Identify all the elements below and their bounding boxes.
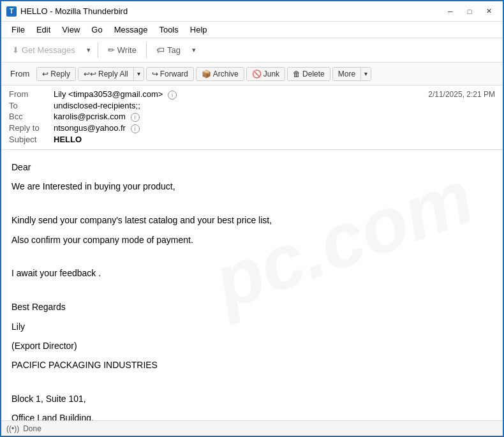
reply-to-value: ntsongus@yahoo.fr i xyxy=(54,123,495,133)
maximize-button[interactable]: □ xyxy=(461,4,478,19)
body-line-15: Office Land Building, xyxy=(11,411,493,420)
app-icon: T xyxy=(6,6,17,17)
toolbar-separator-2 xyxy=(146,43,147,58)
email-action-toolbar: From ↩ Reply ↩↩ Reply All ▾ ↪ Forward 📦 … xyxy=(1,63,503,85)
bcc-value: karolis@pcrisk.com i xyxy=(54,112,495,122)
title-bar-left: T HELLO - Mozilla Thunderbird xyxy=(6,6,128,17)
forward-icon: ↪ xyxy=(152,70,158,78)
close-button[interactable]: ✕ xyxy=(480,4,498,19)
tag-icon: 🏷 xyxy=(156,45,165,55)
reply-to-info-icon[interactable]: i xyxy=(131,124,140,133)
reply-button[interactable]: ↩ Reply xyxy=(37,68,75,80)
reply-to-row: Reply to ntsongus@yahoo.fr i xyxy=(9,123,495,133)
write-label: Write xyxy=(117,45,137,55)
body-line-7: I await your feedback . xyxy=(11,266,493,280)
archive-label: Archive xyxy=(213,70,239,78)
toolbar: ⬇ Get Messages ▾ ✏ Write 🏷 Tag ▾ xyxy=(1,38,503,63)
delete-icon: 🗑 xyxy=(293,70,300,78)
reply-split-button: ↩ Reply xyxy=(36,67,76,81)
menu-tools[interactable]: Tools xyxy=(154,24,183,36)
from-row: From Lily <timpa3053@gmail.com> i 2/11/2… xyxy=(9,89,495,100)
status-icon: ((•)) xyxy=(6,424,19,433)
get-messages-label: Get Messages xyxy=(22,45,75,55)
body-line-2: We are Interested in buying your product… xyxy=(11,179,493,193)
forward-button[interactable]: ↪ Forward xyxy=(146,67,194,81)
from-label: From xyxy=(9,89,54,99)
more-arrow[interactable]: ▾ xyxy=(360,68,371,80)
write-button[interactable]: ✏ Write xyxy=(102,43,142,57)
subject-label: Subject xyxy=(9,135,54,144)
menu-bar: File Edit View Go Message Tools Help xyxy=(1,22,503,38)
body-line-10: Lily xyxy=(11,320,493,334)
write-icon: ✏ xyxy=(108,45,115,55)
to-value: undisclosed-recipients;; xyxy=(54,101,495,110)
reply-to-label: Reply to xyxy=(9,123,54,133)
body-line-1: Dear xyxy=(11,160,493,174)
body-line-5: Also confirm your company mode of paymen… xyxy=(11,233,493,247)
tag-button[interactable]: 🏷 Tag xyxy=(151,43,186,57)
junk-label: Junk xyxy=(263,70,279,78)
reply-icon: ↩ xyxy=(42,70,48,78)
from-prefix-label: From xyxy=(5,69,34,78)
reply-all-button[interactable]: ↩↩ Reply All xyxy=(78,68,133,80)
tag-arrow[interactable]: ▾ xyxy=(189,43,199,57)
more-button[interactable]: More xyxy=(333,68,360,80)
minimize-button[interactable]: ─ xyxy=(441,4,459,19)
menu-help[interactable]: Help xyxy=(185,24,212,36)
reply-label: Reply xyxy=(50,70,70,78)
get-messages-arrow[interactable]: ▾ xyxy=(84,43,94,57)
from-info-icon[interactable]: i xyxy=(168,91,177,100)
bcc-info-icon[interactable]: i xyxy=(131,113,140,122)
get-messages-button[interactable]: ⬇ Get Messages xyxy=(6,43,81,57)
toolbar-separator-1 xyxy=(98,43,98,58)
get-messages-icon: ⬇ xyxy=(12,45,19,55)
from-value: Lily <timpa3053@gmail.com> i xyxy=(54,89,428,100)
delete-label: Delete xyxy=(302,70,325,78)
more-split-button: More ▾ xyxy=(332,67,371,81)
menu-go[interactable]: Go xyxy=(86,24,107,36)
archive-icon: 📦 xyxy=(202,70,211,78)
menu-view[interactable]: View xyxy=(57,24,85,36)
body-line-14: Block 1, Suite 101, xyxy=(11,392,493,406)
title-bar: T HELLO - Mozilla Thunderbird ─ □ ✕ xyxy=(1,1,503,22)
email-headers: From Lily <timpa3053@gmail.com> i 2/11/2… xyxy=(1,85,503,150)
reply-all-label: Reply All xyxy=(98,70,128,78)
reply-all-icon: ↩↩ xyxy=(84,70,96,78)
menu-message[interactable]: Message xyxy=(109,24,153,36)
email-body-text: Dear We are Interested in buying your pr… xyxy=(11,160,493,420)
junk-button[interactable]: 🚫 Junk xyxy=(246,67,285,81)
to-row: To undisclosed-recipients;; xyxy=(9,101,495,110)
window-controls: ─ □ ✕ xyxy=(441,4,498,19)
body-line-12: PACIFIC PACKAGING INDUSTRIES xyxy=(11,358,493,372)
forward-label: Forward xyxy=(160,70,188,78)
subject-value: HELLO xyxy=(54,135,495,144)
body-line-4: Kindly send your company's latest catalo… xyxy=(11,213,493,227)
archive-button[interactable]: 📦 Archive xyxy=(196,67,244,81)
email-body: pc.com Dear We are Interested in buying … xyxy=(1,150,503,420)
status-bar: ((•)) Done xyxy=(1,420,503,436)
reply-all-arrow[interactable]: ▾ xyxy=(133,68,144,80)
bcc-label: Bcc xyxy=(9,112,54,121)
junk-icon: 🚫 xyxy=(252,70,262,78)
body-line-9: Best Regards xyxy=(11,300,493,314)
window-title: HELLO - Mozilla Thunderbird xyxy=(20,6,128,16)
menu-edit[interactable]: Edit xyxy=(31,24,56,36)
menu-file[interactable]: File xyxy=(6,24,30,36)
tag-label: Tag xyxy=(167,45,181,55)
main-window: T HELLO - Mozilla Thunderbird ─ □ ✕ File… xyxy=(0,0,504,437)
bcc-row: Bcc karolis@pcrisk.com i xyxy=(9,112,495,122)
more-label: More xyxy=(338,70,355,78)
email-date: 2/11/2025, 2:21 PM xyxy=(428,90,495,99)
to-label: To xyxy=(9,101,54,110)
status-text: Done xyxy=(23,424,41,433)
body-line-11: (Export Director) xyxy=(11,339,493,353)
delete-button[interactable]: 🗑 Delete xyxy=(287,67,330,81)
subject-row: Subject HELLO xyxy=(9,135,495,144)
reply-all-split-button: ↩↩ Reply All ▾ xyxy=(78,67,144,81)
